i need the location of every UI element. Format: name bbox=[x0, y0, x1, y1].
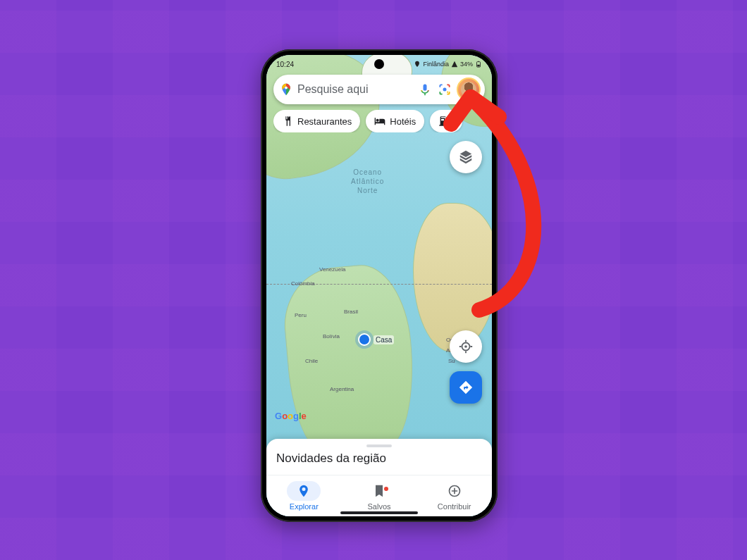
category-chip-row[interactable]: Restaurantes Hotéis bbox=[273, 110, 492, 132]
nav-label: Contribuir bbox=[438, 502, 471, 511]
status-right-cluster: Finlândia 34% bbox=[414, 61, 482, 68]
camera-punch-hole bbox=[374, 59, 384, 69]
pin-icon bbox=[297, 484, 311, 498]
voice-search-button[interactable] bbox=[417, 82, 433, 97]
chip-restaurants[interactable]: Restaurantes bbox=[273, 110, 360, 132]
phone-screen: 10:24 Finlândia 34% Ocea bbox=[266, 55, 492, 516]
google-maps-pin-icon bbox=[279, 82, 293, 97]
sheet-title: Novidades da região bbox=[276, 452, 482, 466]
status-battery-text: 34% bbox=[460, 61, 473, 68]
country-label: Brasil bbox=[344, 309, 358, 315]
ocean-label-line: Atlântico bbox=[351, 177, 384, 186]
directions-icon bbox=[458, 380, 474, 395]
nav-contribute[interactable]: Contribuir bbox=[416, 475, 492, 516]
country-label: Colômbia bbox=[291, 280, 315, 287]
svg-rect-1 bbox=[477, 65, 479, 67]
country-label: Chile bbox=[305, 358, 318, 364]
google-watermark: Google bbox=[275, 411, 307, 421]
nav-label: Explorar bbox=[290, 502, 319, 511]
plus-circle-icon bbox=[447, 484, 462, 498]
ocean-label: Oceano Atlântico Norte bbox=[351, 168, 384, 195]
hotel-icon bbox=[374, 116, 385, 127]
nav-saved[interactable]: Salvos bbox=[342, 475, 417, 516]
lens-icon bbox=[438, 82, 452, 97]
my-location-button[interactable] bbox=[450, 330, 482, 363]
country-label: Argentina bbox=[330, 386, 354, 392]
microphone-icon bbox=[418, 82, 432, 97]
crosshair-icon bbox=[458, 339, 474, 354]
status-time: 10:24 bbox=[276, 61, 294, 68]
search-placeholder[interactable]: Pesquise aqui bbox=[297, 83, 413, 96]
map-layers-button[interactable] bbox=[450, 141, 482, 173]
home-dot-icon bbox=[358, 333, 371, 346]
signal-icon bbox=[451, 61, 458, 68]
country-label: Bolívia bbox=[323, 333, 340, 340]
gesture-bar bbox=[340, 511, 418, 514]
svg-point-7 bbox=[464, 345, 467, 348]
search-bar[interactable]: Pesquise aqui bbox=[273, 75, 485, 104]
map-africa bbox=[413, 203, 492, 352]
bottom-navigation: Explorar Salvos Contribuir bbox=[266, 475, 492, 516]
svg-point-4 bbox=[443, 88, 447, 92]
country-label: Su bbox=[448, 358, 455, 364]
gas-icon bbox=[438, 116, 450, 127]
country-label: Peru bbox=[295, 312, 307, 318]
status-carrier: Finlândia bbox=[423, 61, 449, 68]
svg-point-5 bbox=[447, 92, 448, 93]
location-status-icon bbox=[414, 61, 421, 68]
bottom-sheet[interactable]: Novidades da região bbox=[266, 439, 492, 475]
chip-label: Hotéis bbox=[390, 116, 416, 127]
chip-label: Restaurantes bbox=[297, 116, 352, 127]
ocean-label-line: Oceano bbox=[351, 168, 384, 177]
battery-icon bbox=[475, 61, 482, 68]
chip-hotels[interactable]: Hotéis bbox=[366, 110, 424, 132]
tutorial-stage: 10:24 Finlândia 34% Ocea bbox=[0, 0, 747, 560]
ocean-label-line: Norte bbox=[351, 186, 384, 195]
bookmark-icon bbox=[372, 484, 386, 498]
chip-gas[interactable] bbox=[430, 110, 462, 132]
avatar-profile-button[interactable] bbox=[457, 77, 481, 101]
directions-button[interactable] bbox=[450, 371, 482, 404]
layers-icon bbox=[458, 149, 474, 165]
svg-rect-2 bbox=[478, 61, 479, 62]
notification-badge-icon bbox=[384, 487, 388, 491]
google-lens-button[interactable] bbox=[437, 82, 452, 97]
sheet-drag-handle[interactable] bbox=[366, 444, 392, 447]
restaurant-icon bbox=[282, 116, 293, 127]
nav-explore[interactable]: Explorar bbox=[266, 475, 342, 516]
nav-label: Salvos bbox=[367, 502, 390, 511]
country-label: Venezuela bbox=[319, 266, 345, 273]
phone-frame: 10:24 Finlândia 34% Ocea bbox=[261, 49, 498, 522]
home-location-pin[interactable]: Casa bbox=[358, 333, 394, 346]
home-label: Casa bbox=[374, 335, 394, 344]
